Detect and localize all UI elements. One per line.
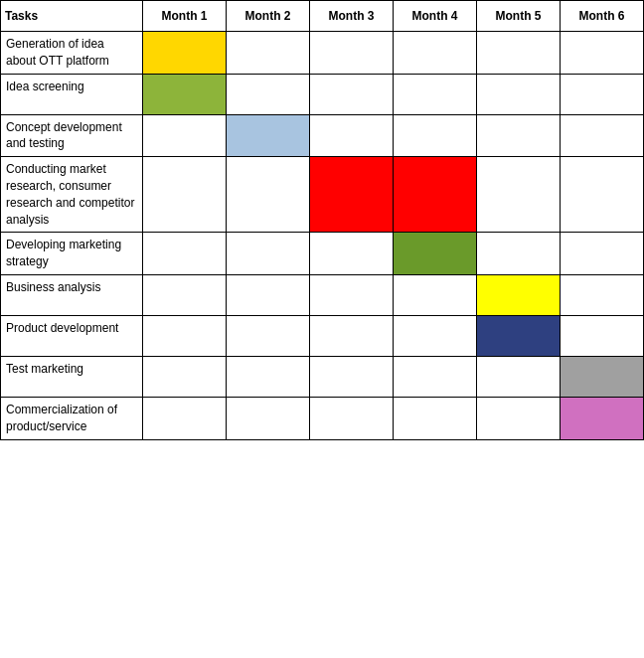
month-cell-6-5 <box>477 315 561 356</box>
task-label: Product development <box>1 315 143 356</box>
month-cell-1-3 <box>310 74 394 114</box>
month-cell-7-3 <box>310 356 394 397</box>
month-cell-0-5 <box>477 32 561 75</box>
header-month1: Month 1 <box>143 1 227 32</box>
header-month5: Month 5 <box>477 1 561 32</box>
month-cell-3-4 <box>394 157 477 233</box>
month-cell-4-6 <box>561 233 644 275</box>
month-cell-6-3 <box>310 315 394 356</box>
month-cell-4-2 <box>227 233 310 275</box>
month-cell-0-3 <box>310 32 394 75</box>
table-row: Conducting market research, consumer res… <box>1 157 644 233</box>
month-cell-6-6 <box>561 315 644 356</box>
month-cell-5-1 <box>143 274 227 315</box>
month-cell-6-4 <box>394 315 477 356</box>
month-cell-1-6 <box>561 74 644 114</box>
task-label: Concept development and testing <box>1 114 143 157</box>
month-cell-3-5 <box>477 157 561 233</box>
month-cell-1-5 <box>477 74 561 114</box>
month-cell-7-5 <box>477 356 561 397</box>
month-cell-7-1 <box>143 356 227 397</box>
month-cell-5-6 <box>561 274 644 315</box>
task-label: Idea screening <box>1 74 143 114</box>
month-cell-2-3 <box>310 114 394 157</box>
month-cell-4-3 <box>310 233 394 275</box>
month-cell-2-6 <box>561 114 644 157</box>
table-row: Test marketing <box>1 356 644 397</box>
month-cell-8-6 <box>561 397 644 439</box>
month-cell-7-4 <box>394 356 477 397</box>
month-cell-5-5 <box>477 274 561 315</box>
month-cell-4-5 <box>477 233 561 275</box>
task-label: Test marketing <box>1 356 143 397</box>
table-row: Business analysis <box>1 274 644 315</box>
table-row: Developing marketing strategy <box>1 233 644 275</box>
month-cell-8-2 <box>227 397 310 439</box>
month-cell-3-2 <box>227 157 310 233</box>
task-label: Commercialization of product/service <box>1 397 143 439</box>
month-cell-1-4 <box>394 74 477 114</box>
month-cell-7-6 <box>561 356 644 397</box>
month-cell-7-2 <box>227 356 310 397</box>
table-row: Commercialization of product/service <box>1 397 644 439</box>
month-cell-0-6 <box>561 32 644 75</box>
month-cell-5-4 <box>394 274 477 315</box>
header-month2: Month 2 <box>227 1 310 32</box>
month-cell-1-1 <box>143 74 227 114</box>
month-cell-0-2 <box>227 32 310 75</box>
month-cell-2-4 <box>394 114 477 157</box>
task-label: Developing marketing strategy <box>1 233 143 275</box>
month-cell-1-2 <box>227 74 310 114</box>
table-row: Product development <box>1 315 644 356</box>
header-month4: Month 4 <box>394 1 477 32</box>
table-row: Concept development and testing <box>1 114 644 157</box>
month-cell-3-3 <box>310 157 394 233</box>
month-cell-3-1 <box>143 157 227 233</box>
task-label: Conducting market research, consumer res… <box>1 157 143 233</box>
task-label: Generation of idea about OTT platform <box>1 32 143 75</box>
month-cell-6-1 <box>143 315 227 356</box>
table-row: Idea screening <box>1 74 644 114</box>
month-cell-5-3 <box>310 274 394 315</box>
table-row: Generation of idea about OTT platform <box>1 32 644 75</box>
month-cell-4-1 <box>143 233 227 275</box>
month-cell-2-5 <box>477 114 561 157</box>
month-cell-8-1 <box>143 397 227 439</box>
month-cell-8-3 <box>310 397 394 439</box>
month-cell-5-2 <box>227 274 310 315</box>
month-cell-8-4 <box>394 397 477 439</box>
month-cell-3-6 <box>561 157 644 233</box>
header-month6: Month 6 <box>561 1 644 32</box>
month-cell-8-5 <box>477 397 561 439</box>
month-cell-2-2 <box>227 114 310 157</box>
month-cell-6-2 <box>227 315 310 356</box>
month-cell-0-1 <box>143 32 227 75</box>
header-tasks: Tasks <box>1 1 143 32</box>
month-cell-0-4 <box>394 32 477 75</box>
gantt-chart: Tasks Month 1 Month 2 Month 3 Month 4 Mo… <box>0 0 644 440</box>
month-cell-2-1 <box>143 114 227 157</box>
task-label: Business analysis <box>1 274 143 315</box>
header-month3: Month 3 <box>310 1 394 32</box>
month-cell-4-4 <box>394 233 477 275</box>
